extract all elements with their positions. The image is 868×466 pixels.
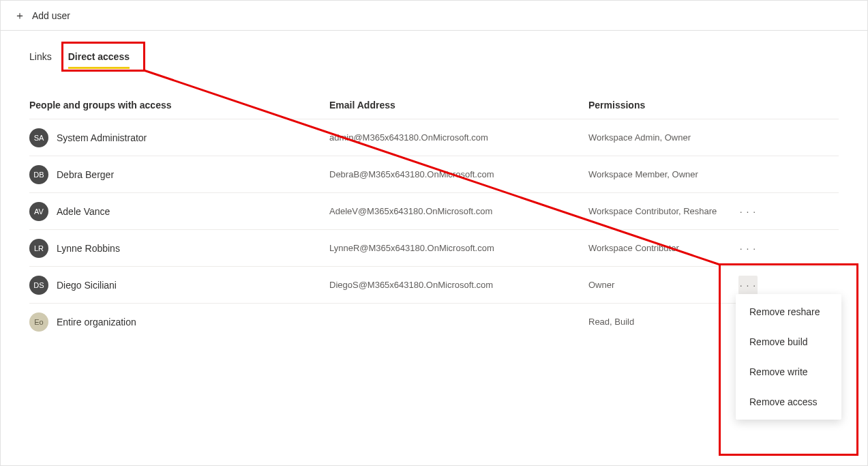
email-cell: DebraB@M365x643180.OnMicrosoft.com [329,169,588,179]
tabs-bar: Links Direct access [1,31,867,70]
avatar: SA [29,128,48,147]
avatar: DB [29,165,48,184]
context-menu-item[interactable]: Remove reshare [736,297,841,327]
avatar: DS [29,276,48,295]
context-menu-item[interactable]: Remove access [736,387,841,417]
actions-cell: · · · [738,276,779,295]
email-cell: LynneR@M365x643180.OnMicrosoft.com [329,243,588,253]
user-name: Adele Vance [57,206,110,217]
table-row: LRLynne RobbinsLynneR@M365x643180.OnMicr… [29,229,839,266]
header-email: Email Address [329,100,588,111]
people-cell: DSDiego Siciliani [29,276,329,295]
user-name: Debra Berger [57,169,114,180]
avatar: LR [29,239,48,258]
people-cell: SASystem Administrator [29,128,329,147]
table-row: AVAdele VanceAdeleV@M365x643180.OnMicros… [29,192,839,229]
avatar: AV [29,202,48,221]
add-user-button[interactable]: ＋ Add user [12,6,73,25]
ellipsis-icon: · · · [740,243,756,254]
actions-cell: · · · [738,202,779,221]
permissions-cell: Owner [588,280,738,290]
email-cell: DiegoS@M365x643180.OnMicrosoft.com [329,280,588,290]
avatar: Eo [29,312,48,332]
add-user-label: Add user [32,10,70,21]
user-name: Lynne Robbins [57,243,120,254]
user-name: Diego Siciliani [57,280,117,291]
ellipsis-icon: · · · [740,206,756,217]
more-options-button[interactable]: · · · [738,239,758,258]
header-actions [738,100,779,111]
people-cell: LRLynne Robbins [29,239,329,258]
actions-cell: · · · [738,239,779,258]
user-name: Entire organization [57,317,136,327]
table-row: DSDiego SicilianiDiegoS@M365x643180.OnMi… [29,266,839,303]
email-cell: admin@M365x643180.OnMicrosoft.com [329,132,588,143]
permissions-cell: Workspace Contributor, Reshare [588,206,738,216]
permissions-cell: Read, Build [588,317,738,327]
user-name: System Administrator [57,132,147,143]
permissions-cell: Workspace Admin, Owner [588,132,738,143]
more-options-button[interactable]: · · · [738,202,758,221]
header-permissions: Permissions [588,100,738,111]
table-row: SASystem Administratoradmin@M365x643180.… [29,119,839,156]
table-row: EoEntire organizationRead, Build [29,303,839,340]
table-row: DBDebra BergerDebraB@M365x643180.OnMicro… [29,156,839,192]
table-header-row: People and groups with access Email Addr… [29,91,839,119]
context-menu-item[interactable]: Remove build [736,327,841,357]
people-cell: DBDebra Berger [29,165,329,184]
toolbar: ＋ Add user [1,1,867,31]
ellipsis-icon: · · · [740,280,756,291]
email-cell: AdeleV@M365x643180.OnMicrosoft.com [329,206,588,216]
more-options-button[interactable]: · · · [738,276,758,295]
plus-icon: ＋ [14,10,25,21]
people-cell: EoEntire organization [29,312,329,332]
tab-links[interactable]: Links [29,47,52,69]
context-menu-item[interactable]: Remove write [736,357,841,387]
tab-direct-access[interactable]: Direct access [68,47,130,69]
people-cell: AVAdele Vance [29,202,329,221]
permissions-cell: Workspace Member, Owner [588,169,738,179]
permissions-cell: Workspace Contributor [588,243,738,253]
header-people: People and groups with access [29,100,329,111]
permissions-context-menu: Remove reshareRemove buildRemove writeRe… [736,294,841,420]
